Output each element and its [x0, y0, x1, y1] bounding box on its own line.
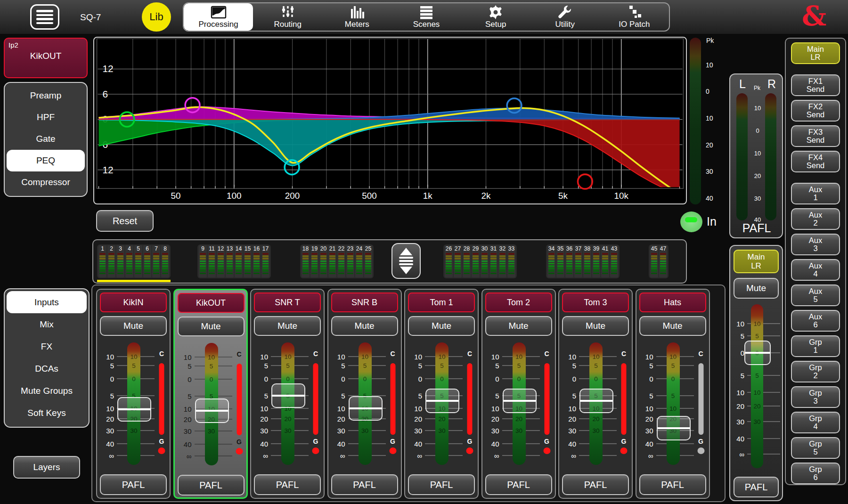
mute-button[interactable]: Mute — [254, 316, 321, 336]
processing-nav-item-peq[interactable]: PEQ — [7, 150, 85, 171]
mix-key-fx3-send[interactable]: FX3 Send — [791, 125, 840, 147]
pafl-button[interactable]: PAFL — [254, 474, 321, 495]
channel-name-button[interactable]: Tom 3 — [562, 293, 629, 312]
processing-nav-item-gate[interactable]: Gate — [7, 128, 85, 150]
mix-key-fx4-send[interactable]: FX4 Send — [791, 151, 840, 172]
meter-segment — [209, 268, 215, 269]
tab-scenes[interactable]: Scenes — [391, 3, 461, 31]
meter-bridge-scroll[interactable] — [391, 243, 421, 279]
mute-button[interactable]: Mute — [408, 316, 475, 336]
mix-key-aux-4[interactable]: Aux 4 — [791, 259, 840, 281]
fader-cap[interactable] — [657, 416, 691, 440]
main-lr-mute-button[interactable]: Mute — [734, 278, 779, 299]
fader-cap-line — [426, 400, 458, 402]
lr-meter-scale-label: 10 — [753, 105, 762, 112]
fader-scale-label: ∞ — [482, 451, 499, 459]
meter-segment — [356, 270, 362, 272]
fader-cap[interactable] — [579, 389, 613, 413]
fader-cap[interactable] — [744, 341, 771, 365]
mix-key-main-lr[interactable]: Main LR — [791, 42, 840, 64]
fader-cap[interactable] — [271, 383, 305, 408]
meter-segment — [365, 263, 371, 265]
meter-channel-number: 22 — [338, 245, 344, 252]
processing-nav-item-preamp[interactable]: Preamp — [7, 85, 85, 106]
fader-scale-label: 40 — [559, 439, 576, 447]
fader-cap[interactable] — [425, 389, 459, 413]
mini-meter — [651, 253, 657, 274]
reset-button[interactable]: Reset — [96, 210, 154, 232]
tab-meters[interactable]: Meters — [322, 3, 391, 31]
mix-key-fx2-send[interactable]: FX2 Send — [791, 100, 840, 122]
mix-key-grp-1[interactable]: Grp 1 — [791, 335, 840, 357]
meter-segment — [236, 260, 242, 262]
pafl-button[interactable]: PAFL — [331, 474, 398, 495]
channel-name-button[interactable]: SNR B — [331, 293, 398, 312]
mute-button[interactable]: Mute — [178, 317, 245, 336]
main-lr-select-button[interactable]: Main LR — [734, 250, 779, 273]
pafl-button[interactable]: PAFL — [562, 474, 629, 495]
peq-in-toggle[interactable] — [680, 211, 702, 232]
view-nav-item-soft-keys[interactable]: Soft Keys — [7, 402, 87, 424]
view-nav-item-mute-groups[interactable]: Mute Groups — [7, 380, 87, 402]
mute-button[interactable]: Mute — [100, 316, 167, 336]
fader-zone: 1050510203040∞10505102030CG — [482, 340, 555, 470]
mix-key-grp-4[interactable]: Grp 4 — [791, 412, 840, 433]
mute-button[interactable]: Mute — [639, 316, 706, 336]
mix-key-aux-3[interactable]: Aux 3 — [791, 234, 840, 255]
peq-graph[interactable]: 501002005001k2k5k10k1260612 — [93, 37, 687, 204]
selected-channel-box[interactable]: Ip2 KikOUT — [4, 38, 88, 78]
view-nav-item-dcas[interactable]: DCAs — [7, 358, 87, 380]
meter-segment — [227, 268, 233, 269]
mute-button[interactable]: Mute — [485, 316, 552, 336]
pafl-button[interactable]: PAFL — [639, 474, 706, 495]
tab-utility[interactable]: Utility — [530, 3, 600, 31]
view-nav-item-fx[interactable]: FX — [7, 335, 87, 358]
tab-setup[interactable]: Setup — [461, 3, 530, 31]
view-nav-item-inputs[interactable]: Inputs — [7, 291, 87, 313]
pafl-button[interactable]: PAFL — [408, 474, 475, 495]
main-lr-pafl-button[interactable]: PAFL — [734, 477, 779, 497]
fader-cap[interactable] — [349, 396, 383, 421]
tab-processing[interactable]: Processing — [184, 3, 253, 31]
menu-icon[interactable] — [30, 4, 59, 30]
mix-key-aux-6[interactable]: Aux 6 — [791, 310, 840, 332]
channel-name-button[interactable]: Tom 2 — [485, 293, 552, 312]
fader-cap[interactable] — [503, 389, 537, 413]
mix-key-fx1-send[interactable]: FX1 Send — [791, 74, 840, 96]
meter-segment — [236, 258, 242, 260]
meter-group-6: 4547 — [649, 244, 669, 278]
mix-key-grp-6[interactable]: Grp 6 — [791, 463, 840, 484]
pafl-button[interactable]: PAFL — [178, 475, 245, 496]
channel-name-button[interactable]: KikIN — [100, 293, 167, 312]
mute-button[interactable]: Mute — [331, 316, 398, 336]
pafl-button[interactable]: PAFL — [100, 474, 167, 495]
meter-channel-6: 6 — [143, 245, 151, 277]
channel-name-button[interactable]: SNR T — [254, 293, 321, 312]
mix-key-grp-5[interactable]: Grp 5 — [791, 437, 840, 459]
pafl-button[interactable]: PAFL — [485, 474, 552, 495]
meter-segment — [200, 260, 206, 262]
fader-scale-label: 0 — [251, 374, 268, 382]
fader-cap[interactable] — [195, 398, 229, 423]
processing-nav-item-hpf[interactable]: HPF — [7, 106, 85, 128]
fader-scale-label: 40 — [251, 439, 268, 447]
processing-nav-item-compressor[interactable]: Compressor — [7, 171, 85, 193]
mini-meter — [566, 253, 572, 274]
fader-cap[interactable] — [117, 397, 151, 422]
tab-routing[interactable]: Routing — [253, 3, 322, 31]
view-nav-item-mix[interactable]: Mix — [7, 313, 87, 335]
mix-key-aux-5[interactable]: Aux 5 — [791, 285, 840, 306]
tab-io-patch[interactable]: IO Patch — [600, 3, 669, 31]
channel-name-button[interactable]: Tom 1 — [408, 293, 475, 312]
library-button[interactable]: Lib — [142, 2, 171, 32]
mix-key-grp-3[interactable]: Grp 3 — [791, 386, 840, 408]
lr-meter-bar-left — [736, 93, 748, 220]
meter-channel-number: 16 — [253, 245, 260, 252]
layers-button[interactable]: Layers — [13, 456, 80, 479]
channel-name-button[interactable]: KikOUT — [178, 293, 245, 313]
mix-key-aux-2[interactable]: Aux 2 — [791, 208, 840, 230]
mix-key-grp-2[interactable]: Grp 2 — [791, 361, 840, 382]
mute-button[interactable]: Mute — [562, 316, 629, 336]
channel-name-button[interactable]: Hats — [639, 293, 706, 312]
mix-key-aux-1[interactable]: Aux 1 — [791, 183, 840, 204]
